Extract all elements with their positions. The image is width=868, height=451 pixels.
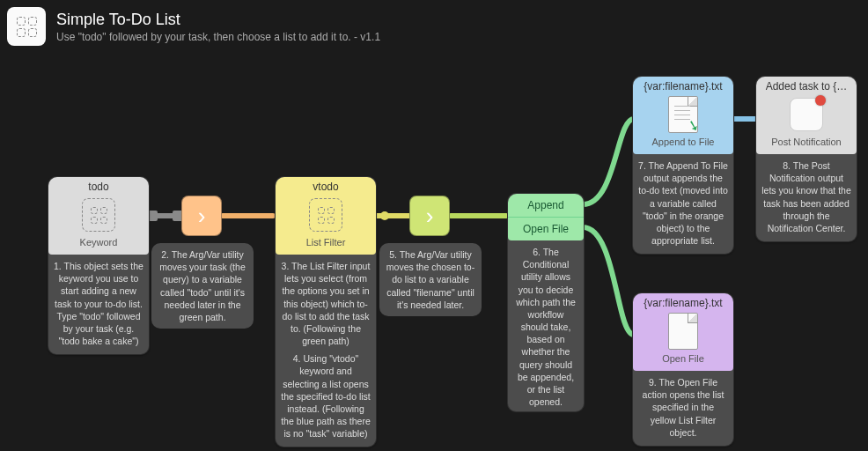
node-desc: 7. The Append To File output appends the…: [633, 154, 733, 250]
node-desc: 1. This object sets the keyword you use …: [48, 255, 149, 351]
post-notification-node[interactable]: Added task to {… Post Notification 8. Th…: [755, 76, 857, 242]
node-desc: 8. The Post Notification output lets you…: [756, 154, 857, 238]
grid-icon: [17, 17, 37, 37]
workflow-icon: [7, 7, 46, 46]
node-caption: Open File: [636, 353, 730, 366]
keyword-icon: [82, 198, 115, 232]
node-title: vtodo: [279, 181, 372, 193]
node-desc: 6. The Conditional utility allows you to…: [508, 240, 584, 411]
file-append-icon: ➘: [668, 96, 698, 133]
argvar-node-1[interactable]: ›: [181, 196, 222, 236]
notification-icon: [790, 98, 823, 131]
node-caption: Append to File: [636, 137, 730, 149]
file-icon: [668, 313, 698, 350]
open-file-node[interactable]: {var:filename}.txt Open File 9. The Open…: [632, 292, 734, 447]
node-title: {var:filename}.txt: [636, 80, 730, 92]
node-desc-3: 3. The List Filter input lets you select…: [276, 255, 376, 351]
transform-icon: ›: [426, 203, 434, 230]
list-filter-node[interactable]: vtodo List Filter 3. The List Filter inp…: [275, 176, 377, 447]
workflow-title: Simple To-Do List: [56, 11, 380, 29]
conditional-node[interactable]: Append Open File 6. The Conditional util…: [507, 193, 585, 412]
transform-icon: ›: [198, 203, 206, 230]
port-out: [380, 211, 389, 220]
node-desc: 9. The Open File action opens the list s…: [633, 371, 733, 442]
cond-option-openfile[interactable]: Open File: [508, 217, 584, 240]
node-title: Added task to {…: [760, 80, 853, 92]
argvar-2-desc: 5. The Arg/Var utility moves the chosen …: [379, 243, 482, 316]
argvar-node-2[interactable]: ›: [409, 196, 450, 236]
node-caption: Post Notification: [760, 137, 853, 149]
cond-option-append[interactable]: Append: [508, 194, 584, 217]
header: Simple To-Do List Use "todo" followed by…: [0, 0, 868, 53]
node-title: todo: [52, 181, 145, 193]
node-title: {var:filename}.txt: [636, 297, 730, 309]
keyword-node[interactable]: todo Keyword 1. This object sets the key…: [48, 176, 150, 355]
node-desc-4: 4. Using "vtodo" keyword and selecting a…: [276, 351, 376, 443]
list-filter-icon: [309, 198, 342, 232]
badge-dot-icon: [815, 95, 826, 106]
node-caption: Keyword: [52, 237, 145, 249]
workflow-subtitle: Use "todo" followed by your task, then c…: [56, 31, 380, 43]
argvar-1-desc: 2. The Arg/Var utility moves your task (…: [151, 243, 254, 329]
node-caption: List Filter: [279, 237, 372, 249]
append-to-file-node[interactable]: {var:filename}.txt ➘ Append to File 7. T…: [632, 76, 734, 255]
